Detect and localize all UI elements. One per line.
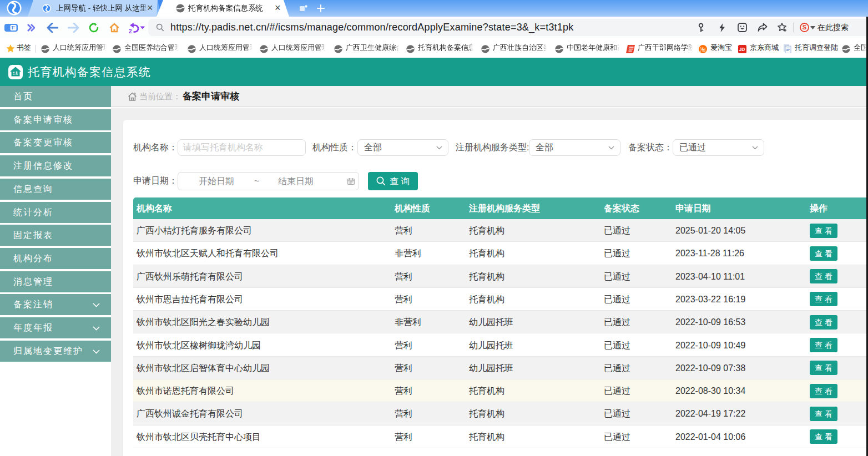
svg-text:淘: 淘 bbox=[700, 47, 705, 53]
svg-text:JD: JD bbox=[739, 47, 745, 52]
svg-text:2: 2 bbox=[129, 28, 132, 34]
svg-text:S: S bbox=[803, 24, 806, 31]
